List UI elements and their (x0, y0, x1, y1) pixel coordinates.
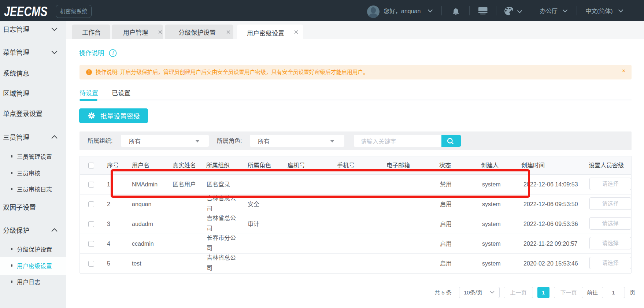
svg-text:i: i (112, 51, 114, 56)
